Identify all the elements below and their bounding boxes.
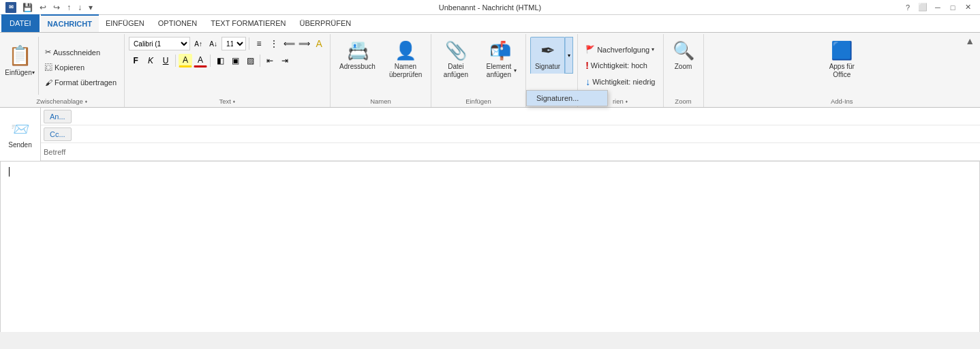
expand-zwischenablage-icon[interactable]: ⬧: [85, 98, 88, 104]
font-shrink-btn[interactable]: A↓: [206, 37, 220, 50]
an-btn[interactable]: An...: [44, 110, 72, 123]
group-zoom-content: 🔍 Zoom: [667, 35, 701, 96]
close-btn[interactable]: ✕: [961, 2, 975, 13]
font-grow-btn[interactable]: A↑: [192, 37, 205, 50]
zoom-icon: 🔍: [673, 40, 694, 61]
signatur-btn[interactable]: ✒ Signatur: [530, 37, 565, 74]
zoom-btn[interactable]: 🔍 Zoom: [668, 37, 699, 74]
align-center-btn[interactable]: ▣: [228, 54, 242, 67]
group-addins-content: 🟦 Apps fürOffice: [823, 35, 861, 96]
paste-label: Einfügen: [5, 69, 31, 77]
signatur-dropdown-btn[interactable]: ▾: [565, 37, 573, 74]
tab-einfuegen[interactable]: EINFÜGEN: [99, 14, 151, 32]
text-cursor: [9, 167, 10, 177]
cc-input[interactable]: [74, 128, 980, 140]
apps-office-btn[interactable]: 🟦 Apps fürOffice: [825, 37, 859, 82]
group-label-zwischenablage: Zwischenablage ⬧: [3, 96, 121, 107]
copy-button[interactable]: ⿴ Kopieren: [42, 61, 120, 74]
ribbon-display-btn[interactable]: ⬜: [916, 2, 930, 13]
number-list-btn[interactable]: ⋮: [267, 37, 281, 50]
send-btn-wrap: 📨 Senden: [0, 108, 41, 161]
element-anfuegen-btn[interactable]: 📬 Element anfügen ▾: [479, 37, 521, 82]
group-einfuegen-content: 📎 Datei anfügen 📬 Element anfügen ▾: [434, 35, 523, 96]
up-quick-btn[interactable]: ↑: [65, 1, 73, 14]
adressbuch-btn[interactable]: 📇 Adressbuch: [335, 37, 380, 74]
wichtigkeit-hoch-label: Wichtigkeit: hoch: [591, 61, 647, 70]
adressbuch-label: Adressbuch: [339, 63, 376, 71]
expand-text-icon[interactable]: ⬧: [232, 98, 236, 104]
format-transfer-button[interactable]: 🖌 Format übertragen: [42, 76, 120, 89]
redo-quick-btn[interactable]: ↪: [51, 1, 62, 14]
paintbrush-icon: 🖌: [45, 78, 52, 87]
namen-pruefen-btn[interactable]: 👤 Namen überprüfen: [384, 37, 427, 82]
group-label-zoom: Zoom: [667, 96, 701, 107]
datei-anfuegen-label: Datei anfügen: [440, 63, 472, 79]
tab-nachricht[interactable]: NACHRICHT: [41, 14, 99, 32]
maximize-btn[interactable]: □: [946, 2, 960, 13]
tab-text-formatieren[interactable]: TEXT FORMATIEREN: [204, 14, 292, 32]
message-body[interactable]: [0, 162, 980, 332]
subject-row: Betreff: [41, 143, 980, 161]
down-quick-btn[interactable]: ↓: [76, 1, 84, 14]
group-label-text: Text ⬧: [127, 96, 327, 107]
align-left-btn[interactable]: ◧: [213, 54, 227, 67]
nachverfolgung-btn[interactable]: 🚩 Nachverfolgung ▾: [582, 43, 658, 57]
signaturen-menu-item[interactable]: Signaturen...: [527, 91, 607, 106]
to-row: An...: [41, 108, 980, 125]
title-bar: ✉ 💾 ↩ ↪ ↑ ↓ ▾ Unbenannt - Nachricht (HTM…: [0, 0, 980, 15]
bullet-list-btn[interactable]: ≡: [252, 37, 266, 50]
minimize-btn[interactable]: ─: [931, 2, 945, 13]
window-title: Unbenannt - Nachricht (HTML): [439, 3, 541, 12]
paste-button[interactable]: 📋 Einfügen ▾: [4, 37, 35, 85]
cut-button[interactable]: ✂ Ausschneiden: [42, 46, 120, 59]
font-color-btn[interactable]: A: [194, 54, 207, 67]
apps-office-icon: 🟦: [831, 40, 853, 61]
customize-quick-btn[interactable]: ▾: [87, 1, 95, 14]
wichtigkeit-hoch-btn[interactable]: ! Wichtigkeit: hoch: [582, 58, 651, 73]
font-color-clear-btn[interactable]: A: [312, 37, 326, 50]
font-row: Calibri (1 A↑ A↓ 11 ≡ ⋮ ⟸ ⟹ A: [129, 37, 326, 50]
tab-datei[interactable]: DATEI: [1, 14, 40, 32]
bold-btn[interactable]: F: [129, 54, 142, 67]
decrease-indent-btn[interactable]: ⇤: [263, 54, 277, 67]
increase-indent-btn[interactable]: ⇥: [278, 54, 292, 67]
subject-input[interactable]: [76, 146, 980, 158]
font-format-row: F K U A A ◧ ▣ ▨ ⇤ ⇥: [129, 54, 292, 67]
to-input[interactable]: [74, 110, 980, 123]
undo-quick-btn[interactable]: ↩: [37, 1, 48, 14]
nachverfolgung-label: Nachverfolgung: [597, 46, 649, 54]
betreff-label: Betreff: [41, 146, 76, 158]
format-transfer-label: Format übertragen: [55, 78, 117, 87]
cut-label: Ausschneiden: [53, 48, 100, 57]
font-family-select[interactable]: Calibri (1: [129, 37, 190, 50]
align-right-btn[interactable]: ▨: [243, 54, 257, 67]
help-btn[interactable]: ?: [901, 2, 915, 13]
group-signatur: ✒ Signatur ▾ Signatur Signaturen...: [526, 34, 578, 107]
group-kategorien-content: 🚩 Nachverfolgung ▾ ! Wichtigkeit: hoch ↓…: [581, 35, 660, 96]
group-label-addins: Add-Ins: [707, 96, 978, 107]
highlight-btn[interactable]: A: [179, 54, 192, 67]
cc-btn[interactable]: Cc...: [44, 127, 72, 141]
send-icon: 📨: [11, 121, 29, 138]
italic-btn[interactable]: K: [144, 54, 157, 67]
wichtigkeit-niedrig-btn[interactable]: ↓ Wichtigkeit: niedrig: [582, 74, 658, 89]
scissors-icon: ✂: [45, 48, 51, 57]
tab-ueberpruefen[interactable]: ÜBERPRÜFEN: [292, 14, 358, 32]
tab-optionen[interactable]: OPTIONEN: [151, 14, 204, 32]
ribbon-content: 📋 Einfügen ▾ ✂ Ausschneiden ⿴ Kopieren: [0, 33, 980, 108]
send-button[interactable]: 📨 Senden: [3, 115, 37, 154]
list-increase-btn[interactable]: ⟹: [297, 37, 311, 50]
group-einfuegen: 📎 Datei anfügen 📬 Element anfügen ▾ Einf…: [431, 34, 526, 107]
save-quick-btn[interactable]: 💾: [20, 1, 35, 14]
underline-btn[interactable]: U: [159, 54, 172, 67]
expand-kategorien-icon[interactable]: ⬧: [625, 98, 628, 104]
zoom-label: Zoom: [675, 63, 692, 71]
ribbon-collapse-btn[interactable]: ▲: [965, 35, 975, 46]
paperclip-icon: 📎: [445, 40, 467, 61]
list-decrease-btn[interactable]: ⟸: [282, 37, 296, 50]
datei-anfuegen-btn[interactable]: 📎 Datei anfügen: [435, 37, 476, 82]
send-label: Senden: [8, 141, 31, 149]
app-icon: ✉: [5, 2, 16, 13]
font-size-select[interactable]: 11: [221, 37, 246, 50]
message-header-rows: An... Cc... Betreff: [41, 108, 980, 161]
